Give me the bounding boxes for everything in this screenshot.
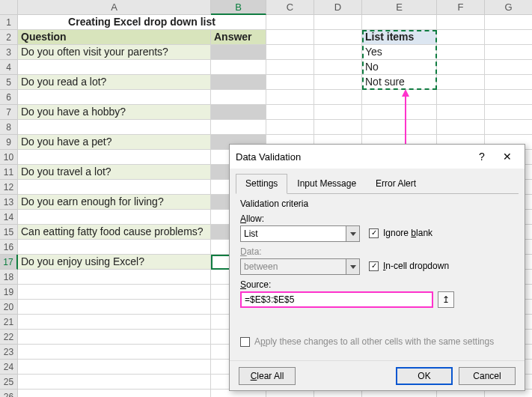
dialog-titlebar[interactable]: Data Validation ? ✕ [230,145,525,169]
row-header-13[interactable]: 13 [0,195,18,210]
cell-G8[interactable] [485,120,532,135]
cell-F8[interactable] [437,120,485,135]
cell-A7[interactable]: Do you have a hobby? [18,105,211,120]
row-header-16[interactable]: 16 [0,240,18,255]
cell-E3[interactable]: Yes [362,45,437,60]
cell-B3[interactable] [211,45,266,60]
cell-A4[interactable] [18,60,211,75]
cell-A2[interactable]: Question [18,30,211,45]
cell-A20[interactable] [18,300,211,315]
column-header-A[interactable]: A [18,0,211,15]
cell-A3[interactable]: Do you often visit your parents? [18,45,211,60]
cell-F4[interactable] [437,60,485,75]
column-header-D[interactable]: D [314,0,362,15]
row-header-24[interactable]: 24 [0,360,18,375]
cell-C5[interactable] [266,75,314,90]
cell-A16[interactable] [18,240,211,255]
cell-G4[interactable] [485,60,532,75]
help-button[interactable]: ? [471,151,493,163]
cell-A22[interactable] [18,330,211,345]
cell-C4[interactable] [266,60,314,75]
row-header-17[interactable]: 17 [0,255,18,270]
cell-F3[interactable] [437,45,485,60]
column-header-G[interactable]: G [485,0,532,15]
cell-D4[interactable] [314,60,362,75]
cell-A13[interactable]: Do you earn enough for living? [18,195,211,210]
cell-E1[interactable] [362,15,437,30]
cell-A12[interactable] [18,180,211,195]
cell-A25[interactable] [18,375,211,390]
select-all-corner[interactable] [0,0,18,15]
cell-F5[interactable] [437,75,485,90]
column-header-F[interactable]: F [437,0,485,15]
cell-C1[interactable] [266,15,314,30]
tab-input-message[interactable]: Input Message [287,174,366,194]
cell-F7[interactable] [437,105,485,120]
cell-A21[interactable] [18,315,211,330]
row-header-19[interactable]: 19 [0,285,18,300]
cell-G6[interactable] [485,90,532,105]
row-header-6[interactable]: 6 [0,90,18,105]
allow-dropdown[interactable]: List [240,225,360,242]
cell-G5[interactable] [485,75,532,90]
cell-B4[interactable] [211,60,266,75]
row-header-22[interactable]: 22 [0,330,18,345]
cell-G3[interactable] [485,45,532,60]
cell-A5[interactable]: Do you read a lot? [18,75,211,90]
cell-A15[interactable]: Can eatting fatty food cause problems? [18,225,211,240]
row-header-23[interactable]: 23 [0,345,18,360]
row-header-7[interactable]: 7 [0,105,18,120]
cell-C2[interactable] [266,30,314,45]
row-header-5[interactable]: 5 [0,75,18,90]
row-header-21[interactable]: 21 [0,315,18,330]
row-header-9[interactable]: 9 [0,135,18,150]
cell-E2[interactable]: List items [362,30,437,45]
incell-dropdown-checkbox[interactable]: ✓ In-cell dropdown [369,261,449,271]
cell-C8[interactable] [266,120,314,135]
cell-C6[interactable] [266,90,314,105]
row-header-26[interactable]: 26 [0,390,18,397]
collapse-dialog-button[interactable]: ↥ [438,291,454,308]
cell-A17[interactable]: Do you enjoy using Excel? [18,255,211,270]
cell-A24[interactable] [18,360,211,375]
column-header-C[interactable]: C [266,0,314,15]
cell-D1[interactable] [314,15,362,30]
cell-D3[interactable] [314,45,362,60]
row-header-1[interactable]: 1 [0,15,18,30]
cell-A8[interactable] [18,120,211,135]
ok-button[interactable]: OK [396,367,453,385]
cell-B6[interactable] [211,90,266,105]
cell-A1[interactable]: Creating Excel drop down list [18,15,266,30]
clear-all-button[interactable]: Clear All [239,367,296,385]
cell-F2[interactable] [437,30,485,45]
row-header-4[interactable]: 4 [0,60,18,75]
cell-C3[interactable] [266,45,314,60]
cell-B7[interactable] [211,105,266,120]
cell-B2[interactable]: Answer [211,30,266,45]
tab-error-alert[interactable]: Error Alert [366,174,426,194]
row-header-25[interactable]: 25 [0,375,18,390]
column-header-B[interactable]: B [211,0,266,15]
cell-D7[interactable] [314,105,362,120]
row-header-8[interactable]: 8 [0,120,18,135]
cell-A6[interactable] [18,90,211,105]
row-header-18[interactable]: 18 [0,270,18,285]
cancel-button[interactable]: Cancel [459,367,516,385]
cell-A26[interactable] [18,390,211,397]
cell-D6[interactable] [314,90,362,105]
row-header-3[interactable]: 3 [0,45,18,60]
row-header-11[interactable]: 11 [0,165,18,180]
cell-F1[interactable] [437,15,485,30]
source-input[interactable]: =$E$3:$E$5 [240,291,433,308]
cell-G7[interactable] [485,105,532,120]
cell-F6[interactable] [437,90,485,105]
cell-E7[interactable] [362,105,437,120]
row-header-2[interactable]: 2 [0,30,18,45]
cell-A10[interactable] [18,150,211,165]
cell-A18[interactable] [18,270,211,285]
close-button[interactable]: ✕ [496,151,519,163]
cell-A11[interactable]: Do you travel a lot? [18,165,211,180]
tab-settings[interactable]: Settings [236,174,287,194]
row-header-20[interactable]: 20 [0,300,18,315]
cell-C7[interactable] [266,105,314,120]
